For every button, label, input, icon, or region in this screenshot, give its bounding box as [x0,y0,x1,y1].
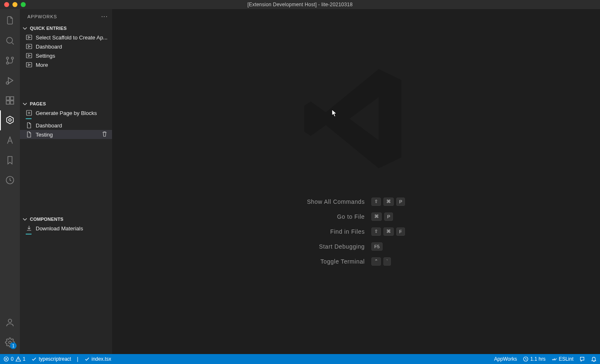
svg-rect-8 [10,101,14,104]
extensions-tab[interactable] [0,90,20,110]
settings-badge: 1 [10,342,17,349]
history-tab[interactable] [0,170,20,190]
shortcut-go-to-file: Go to File [307,213,365,220]
svg-point-11 [8,319,12,322]
status-time[interactable]: 1.1 hrs [523,356,546,362]
key: ⌘ [371,213,382,221]
double-check-icon [551,356,557,362]
sidebar: APPWORKS ··· QUICK ENTRIES Select Scaffo… [20,9,112,354]
file-icon [26,131,32,138]
svg-point-0 [7,37,12,43]
play-box-icon [26,52,32,59]
bookmark-icon [5,155,15,165]
warning-count: 1 [23,356,26,362]
separator: | [77,356,78,362]
section-title-quick: QUICK ENTRIES [30,26,67,31]
welcome-screen: Show All Commands ⇧ ⌘ P Go to File ⌘ P F… [112,9,600,354]
quick-item-label: Dashboard [36,44,62,50]
quick-item-settings[interactable]: Settings [20,51,112,60]
status-problems[interactable]: 0 1 [3,356,25,362]
file-icon [26,122,32,129]
page-dashboard[interactable]: Dashboard [20,121,112,130]
appworks-tab[interactable] [0,110,20,130]
status-language-mode[interactable]: typescriptreact [31,356,71,362]
status-appworks[interactable]: AppWorks [494,356,517,362]
svg-rect-6 [10,97,14,100]
time-label: 1.1 hrs [530,356,546,362]
section-title-pages: PAGES [30,101,46,106]
key: P [396,198,405,206]
minimize-window-button[interactable] [12,2,17,7]
shortcut-keys: ⌃ ` [371,257,405,266]
key: F5 [371,242,383,251]
sidebar-title: APPWORKS [27,14,57,19]
maximize-window-button[interactable] [21,2,26,7]
appworks-label: AppWorks [494,356,517,362]
svg-point-1 [7,57,9,59]
run-debug-tab[interactable] [0,71,20,90]
chevron-down-icon [22,216,28,222]
branch-icon [5,56,15,66]
feedback-icon [579,356,585,362]
generate-page-action[interactable]: Generate Page by Blocks [20,108,112,117]
section-pages: PAGES Generate Page by Blocks Dashboard [20,99,112,215]
accounts-button[interactable] [0,313,20,332]
warning-icon [15,356,21,362]
key: ` [383,257,391,266]
welcome-shortcuts: Show All Commands ⇧ ⌘ P Go to File ⌘ P F… [307,198,405,266]
delete-button[interactable] [101,131,108,139]
shortcut-keys: ⌘ P [371,213,405,221]
section-header-pages[interactable]: PAGES [20,99,112,108]
status-file[interactable]: index.tsx [84,356,111,362]
person-icon [5,318,15,327]
extensions-icon [5,95,15,105]
page-testing[interactable]: Testing [20,130,112,139]
key: ⌃ [371,257,381,266]
section-header-components[interactable]: COMPONENTS [20,215,112,224]
shortcut-show-all-commands: Show All Commands [307,198,365,205]
action-label: Download Materials [36,225,83,232]
svg-point-2 [7,62,9,64]
action-label: Generate Page by Blocks [36,110,97,116]
search-tab[interactable] [0,31,20,51]
svg-rect-13 [27,35,32,40]
clock-icon [523,356,529,362]
workbench: 1 APPWORKS ··· QUICK ENTRIES Sele [0,9,600,354]
clock-icon [5,175,15,185]
key: F [396,227,405,236]
chevron-down-icon [22,25,28,32]
quick-item-dashboard[interactable]: Dashboard [20,42,112,51]
add-box-icon [26,110,32,116]
hexagon-icon [5,115,15,125]
explorer-tab[interactable] [0,11,20,31]
section-header-quick[interactable]: QUICK ENTRIES [20,24,112,33]
status-eslint[interactable]: ESLint [551,356,573,362]
chevron-down-icon [22,100,28,107]
azure-tab[interactable] [0,130,20,150]
status-feedback[interactable] [579,356,585,362]
svg-point-9 [9,119,11,121]
search-icon [5,36,15,46]
settings-button[interactable]: 1 [0,332,20,352]
quick-item-label: Select Scaffold to Create Ap... [36,34,107,41]
activitybar: 1 [0,9,20,354]
letter-a-icon [5,135,15,145]
key: ⌘ [383,198,394,206]
quick-item-more[interactable]: More [20,60,112,69]
bell-icon [591,356,597,362]
check-icon [84,356,90,362]
key: ⌘ [383,227,394,236]
editor: Show All Commands ⇧ ⌘ P Go to File ⌘ P F… [112,9,600,354]
source-control-tab[interactable] [0,51,20,71]
titlebar: [Extension Development Host] - lite-2021… [0,0,600,9]
bookmarks-tab[interactable] [0,150,20,170]
quick-item-create[interactable]: Select Scaffold to Create Ap... [20,33,112,42]
svg-point-3 [12,57,14,59]
close-window-button[interactable] [4,2,9,7]
accent-underline [26,234,32,235]
status-notifications[interactable] [591,356,597,362]
shortcut-find-in-files: Find in Files [307,228,365,235]
shortcut-keys: ⇧ ⌘ F [371,227,405,236]
shortcut-keys: ⇧ ⌘ P [371,198,405,206]
download-materials-action[interactable]: Download Materials [20,224,112,233]
